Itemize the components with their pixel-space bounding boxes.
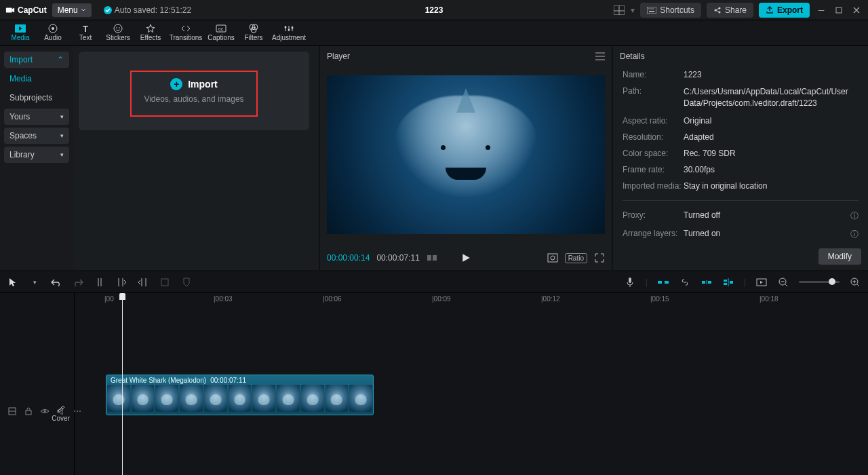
highlight-box xyxy=(130,71,258,117)
share-button[interactable]: Share xyxy=(707,3,753,18)
svg-rect-34 xyxy=(548,254,557,262)
chevron-down-icon: ▾ xyxy=(60,113,64,120)
media-panel: Import⌃ Media Subprojects Yours▾ Spaces▾… xyxy=(0,46,320,271)
maximize-button[interactable] xyxy=(833,4,845,16)
timeline-tracks[interactable]: |00 |00:03 |00:06 |00:09 |00:12 |00:15 |… xyxy=(75,293,868,475)
svg-rect-44 xyxy=(658,281,662,284)
side-subprojects[interactable]: Subprojects xyxy=(4,90,69,106)
close-button[interactable] xyxy=(850,4,863,16)
tab-filters[interactable]: Filters xyxy=(237,20,270,45)
menu-button[interactable]: Menu xyxy=(52,3,92,17)
magnet-icon[interactable] xyxy=(701,276,713,288)
mic-icon[interactable] xyxy=(624,276,636,288)
shortcuts-button[interactable]: Shortcuts xyxy=(640,3,701,18)
tab-stickers[interactable]: Stickers xyxy=(102,20,134,45)
video-clip[interactable]: Great White Shark (Megalodon)00:00:07:11 xyxy=(106,375,374,415)
svg-rect-49 xyxy=(724,280,727,282)
zoom-in-button[interactable] xyxy=(849,276,861,288)
tab-text[interactable]: TText xyxy=(69,20,102,45)
svg-point-7 xyxy=(653,8,654,9)
svg-point-17 xyxy=(52,27,54,30)
info-icon[interactable]: ⓘ xyxy=(850,229,859,240)
tab-adjustment[interactable]: Adjustment xyxy=(270,20,308,45)
ruler[interactable]: |00 |00:03 |00:06 |00:09 |00:12 |00:15 |… xyxy=(75,293,868,307)
info-icon[interactable]: ⓘ xyxy=(850,210,859,222)
zoom-slider[interactable] xyxy=(799,281,840,283)
chevron-down-icon[interactable]: ▾ xyxy=(28,276,41,288)
link-icon[interactable] xyxy=(679,276,691,288)
snapshot-icon[interactable] xyxy=(547,252,558,263)
detail-framerate: 30.00fps xyxy=(684,165,859,174)
tab-effects[interactable]: Effects xyxy=(134,20,167,45)
detail-path: C:/Users/Usman/AppData/Local/CapCut/User… xyxy=(684,86,859,109)
trim-left-tool[interactable] xyxy=(115,276,127,288)
tab-audio[interactable]: Audio xyxy=(37,20,69,45)
minimize-button[interactable]: ─ xyxy=(815,4,827,16)
side-library[interactable]: Library▾ xyxy=(4,147,69,163)
autosave-status: Auto saved: 12:51:22 xyxy=(104,5,191,15)
video-preview[interactable] xyxy=(327,75,605,234)
svg-rect-0 xyxy=(6,7,12,12)
split-tool[interactable] xyxy=(94,276,106,288)
svg-rect-42 xyxy=(161,279,168,286)
project-title: 1223 xyxy=(425,5,443,15)
pointer-tool[interactable] xyxy=(7,276,19,288)
svg-point-31 xyxy=(292,27,294,29)
timecode-duration: 00:00:07:11 xyxy=(376,253,419,263)
player-title: Player xyxy=(327,52,350,61)
svg-point-5 xyxy=(649,8,650,9)
undo-button[interactable] xyxy=(50,276,62,288)
redo-button[interactable] xyxy=(72,276,84,288)
svg-line-60 xyxy=(857,284,859,286)
playhead[interactable] xyxy=(122,293,123,475)
preview-icon[interactable] xyxy=(755,276,768,288)
player-menu-icon[interactable] xyxy=(595,52,605,60)
side-import[interactable]: Import⌃ xyxy=(4,52,69,68)
align-icon[interactable] xyxy=(722,276,734,288)
snap-icon[interactable] xyxy=(657,276,669,288)
fullscreen-icon[interactable] xyxy=(594,252,605,263)
trim-right-tool[interactable] xyxy=(137,276,149,288)
export-button[interactable]: Export xyxy=(759,3,810,18)
ratio-button[interactable]: Ratio xyxy=(565,253,587,263)
tab-media[interactable]: Media xyxy=(4,20,37,45)
compare-icon[interactable] xyxy=(427,252,437,263)
pencil-icon[interactable] xyxy=(56,402,66,413)
crop-tool xyxy=(159,276,171,288)
modify-button[interactable]: Modify xyxy=(818,248,861,265)
details-title: Details xyxy=(620,52,645,61)
side-media[interactable]: Media xyxy=(4,71,69,87)
layout-icon[interactable] xyxy=(613,4,625,16)
tab-transitions[interactable]: Transitions xyxy=(167,20,205,45)
svg-rect-45 xyxy=(665,281,669,284)
top-tabs: Media Audio TText Stickers Effects Trans… xyxy=(0,20,868,46)
check-icon xyxy=(104,6,112,14)
detail-name: 1223 xyxy=(684,70,859,79)
svg-rect-63 xyxy=(26,411,31,415)
side-spaces[interactable]: Spaces▾ xyxy=(4,128,69,144)
side-yours[interactable]: Yours▾ xyxy=(4,109,69,125)
timeline: ⋯ Cover |00 |00:03 |00:06 |00:09 |00:12 … xyxy=(0,293,868,475)
svg-point-64 xyxy=(44,411,46,413)
svg-rect-8 xyxy=(649,11,654,12)
svg-rect-50 xyxy=(724,283,727,285)
cover-label[interactable]: Cover xyxy=(52,415,70,422)
svg-rect-48 xyxy=(708,281,711,284)
import-dropzone[interactable]: + Import Videos, audios, and images xyxy=(79,52,309,130)
svg-point-27 xyxy=(285,26,287,28)
tab-captions[interactable]: ccCaptions xyxy=(205,20,237,45)
chevron-down-icon: ▾ xyxy=(60,132,64,139)
timecode-current: 00:00:00:14 xyxy=(327,253,370,263)
app-logo: CapCut xyxy=(5,5,47,15)
play-button[interactable] xyxy=(461,253,471,263)
zoom-out-button[interactable] xyxy=(777,276,789,288)
svg-point-18 xyxy=(114,24,122,33)
lock-icon[interactable] xyxy=(23,406,34,417)
player-panel: Player 00:00:00:14 00:00:07:11 Ratio xyxy=(320,46,613,271)
collapse-icon[interactable] xyxy=(7,406,18,417)
svg-rect-4 xyxy=(647,7,656,14)
detail-colorspace: Rec. 709 SDR xyxy=(684,149,859,158)
clip-duration: 00:00:07:11 xyxy=(210,377,246,384)
eye-icon[interactable] xyxy=(39,406,50,417)
svg-line-13 xyxy=(716,10,719,12)
